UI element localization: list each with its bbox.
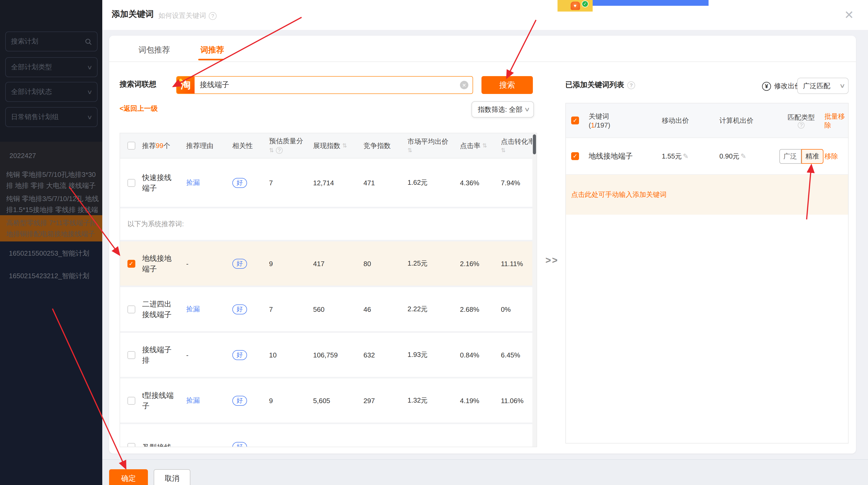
keyword-row: 叉型接线好 [120, 424, 536, 447]
added-count-current: 1 [591, 121, 594, 129]
added-keyword-row: ✓ 地线接地端子 1.55元✎ 0.90元✎ 广泛 精准 [566, 138, 848, 175]
relevance-cell: 好 [230, 178, 267, 188]
search-input[interactable] [194, 81, 460, 89]
reason-text: - [186, 260, 189, 267]
plan-type-label: 全部计划类型 [11, 62, 52, 72]
added-keywords-table: ✓ 关键词 (1/197) 移动出价 计算机出价 匹配类型 [565, 103, 848, 444]
relevance-good-badge: 好 [232, 304, 247, 314]
cvr-cell: 6.45% [499, 351, 535, 359]
index-filter-label: 指数筛选: 全部 [478, 105, 522, 114]
col-recommend-reason: 推荐理由 [184, 141, 230, 150]
back-to-parent-link[interactable]: <返回上一级 [120, 104, 158, 113]
row-checkbox[interactable] [127, 179, 135, 187]
col-avg-market-bid[interactable]: 市场平均出价 ⇅ [405, 137, 458, 154]
edit-pencil-icon[interactable]: ✎ [683, 152, 689, 160]
relevance-good-badge: 好 [232, 396, 247, 405]
keyword-row: ✓地线接地端子-好9417801.25元2.16%11.11% [120, 241, 536, 287]
checkbox-cell: ✓ [120, 260, 140, 267]
plan-list: 2022427纯铜 零地排5/7/10孔地排3*30排 地排 零排 大电流 接线… [0, 150, 102, 281]
match-type-dropdown[interactable]: 广泛匹配 ∨ [797, 78, 848, 94]
chevron-down-icon: ∨ [87, 64, 93, 70]
reason-link[interactable]: 捡漏 [186, 305, 200, 314]
keyword-name-cell: 接线端子排 [140, 344, 184, 365]
taobao-icon-char: 淘 [181, 78, 191, 92]
ctr-cell: 4.36% [458, 179, 499, 187]
competition-index-cell: 471 [361, 179, 405, 187]
remove-keyword-button[interactable]: 移除 [825, 152, 838, 160]
batch-remove-button[interactable]: 批量移除 [825, 112, 845, 129]
cvr-cell: 11.11% [499, 260, 535, 267]
search-button[interactable]: 搜索 [482, 76, 533, 94]
avg-market-bid-cell: 1.32元 [405, 396, 458, 405]
sidebar-plan-item[interactable]: 2022427 [0, 150, 102, 161]
tab-word-recommend[interactable]: 词推荐 [200, 45, 224, 55]
plan-type-select[interactable]: 全部计划类型 ∨ [5, 57, 98, 77]
reason-link[interactable]: 捡漏 [186, 396, 200, 405]
relevance-cell: 好 [230, 304, 267, 314]
mascot-icon: ♥ [570, 2, 580, 10]
chevron-down-icon: ∨ [87, 88, 93, 95]
row-checkbox[interactable]: ✓ [127, 260, 135, 267]
scrollbar-thumb[interactable] [533, 134, 536, 154]
tab-bar: 词包推荐 词推荐 [109, 36, 856, 62]
col-quality-score[interactable]: 预估质量分 ⇅ ? [267, 137, 311, 155]
modify-bid-button[interactable]: ¥ 修改出价 [762, 81, 801, 91]
row-checkbox[interactable] [127, 305, 135, 313]
keyword-name-cell: t型接线端子 [140, 390, 184, 411]
table-header-row: 推荐99个 推荐理由 相关性 预估质量分 ⇅ ? 展现指数 ⇅ 竞争指数 [120, 133, 536, 159]
relevance-cell: 好 [230, 350, 267, 360]
transfer-right-icon: >> [546, 255, 559, 266]
keyword-search-field[interactable]: 淘 ✕ [176, 76, 473, 94]
cvr-cell: 11.06% [499, 397, 535, 404]
table-scrollbar[interactable] [532, 133, 536, 447]
col-impression-index[interactable]: 展现指数 ⇅ [311, 141, 361, 150]
promo-bar-fragment: ♥ ✓ [558, 0, 709, 11]
col-competition-index: 竞争指数 [361, 141, 405, 150]
confirm-button[interactable]: 确定 [109, 469, 148, 485]
row-checkbox[interactable] [127, 351, 135, 359]
plan-search-input[interactable]: 搜索计划 [5, 31, 98, 52]
relevance-cell: 好 [230, 442, 267, 447]
how-to-set-keywords-link[interactable]: 如何设置关键词 ? [158, 11, 217, 21]
match-exact-button[interactable]: 精准 [801, 149, 823, 164]
impression-index-cell: 417 [311, 260, 361, 267]
table-body: 快速接线端子捡漏好712,7144711.62元4.36%7.94%以下为系统推… [120, 159, 536, 447]
sidebar-plan-item[interactable]: 纯铜 零地排3/5/7/10/12孔 地线排1.5*15接地排 零线排 接线端 [0, 193, 102, 215]
active-tab-underline [198, 59, 223, 60]
help-link-label: 如何设置关键词 [158, 11, 206, 21]
quality-score-cell: 9 [267, 260, 311, 267]
index-filter-dropdown[interactable]: 指数筛选: 全部 ∨ [471, 101, 534, 118]
close-icon[interactable]: ✕ [844, 9, 854, 21]
plan-status-select[interactable]: 全部计划状态 ∨ [5, 82, 98, 102]
sort-icon: ⇅ [407, 146, 448, 154]
edit-pencil-icon[interactable]: ✎ [741, 152, 746, 160]
col-keyword: 关键词 (1/197) [585, 112, 662, 130]
row-checkbox[interactable] [127, 397, 135, 404]
manual-add-keywords-area[interactable]: 点击此处可手动输入添加关键词 [566, 175, 848, 215]
row-checkbox[interactable] [127, 443, 135, 447]
sort-icon: ⇅ [342, 142, 347, 149]
checkbox-cell [120, 179, 140, 187]
clear-input-icon[interactable]: ✕ [460, 81, 468, 89]
col-cvr[interactable]: 点击转化率 ⇅ [499, 137, 535, 154]
sidebar-plan-item[interactable]: 1650215500253_智能计划 [0, 248, 102, 259]
plan-group-select[interactable]: 日常销售计划组 ∨ [5, 107, 98, 127]
competition-index-cell: 297 [361, 397, 405, 404]
sidebar-plan-item[interactable]: 纯铜 零地排5/7/10孔地排3*30排 地排 零排 大电流 接线端子 [0, 169, 102, 191]
quality-score-cell: 7 [267, 179, 311, 187]
keyword-row: 接线端子排-好10106,7596321.93元0.84%6.45% [120, 333, 536, 378]
tab-wordpack-recommend[interactable]: 词包推荐 [138, 45, 170, 55]
added-row-checkbox[interactable]: ✓ [571, 152, 579, 160]
chevron-down-icon: ∨ [839, 82, 845, 89]
cancel-button[interactable]: 取消 [154, 469, 190, 485]
pc-bid-value: 0.90元✎ [719, 151, 778, 161]
match-broad-button[interactable]: 广泛 [779, 149, 801, 164]
sidebar-plan-item[interactable]: 1650215423212_智能计划 [0, 270, 102, 281]
dialog-body: 词包推荐 词推荐 搜索词联想 淘 ✕ 搜索 <返回上一级 指数筛选: 全部 [102, 30, 868, 459]
added-select-all-checkbox[interactable]: ✓ [571, 116, 579, 124]
dialog-header: 添加关键词 如何设置关键词 ? ✕ [102, 0, 868, 30]
sidebar-plan-item[interactable]: 高桥型零线排 7*11零线端子排 地排铜排配电箱接地接线端子 [0, 215, 102, 241]
select-all-checkbox[interactable] [127, 142, 135, 150]
col-ctr[interactable]: 点击率 ⇅ [458, 141, 499, 150]
reason-link[interactable]: 捡漏 [186, 178, 200, 188]
